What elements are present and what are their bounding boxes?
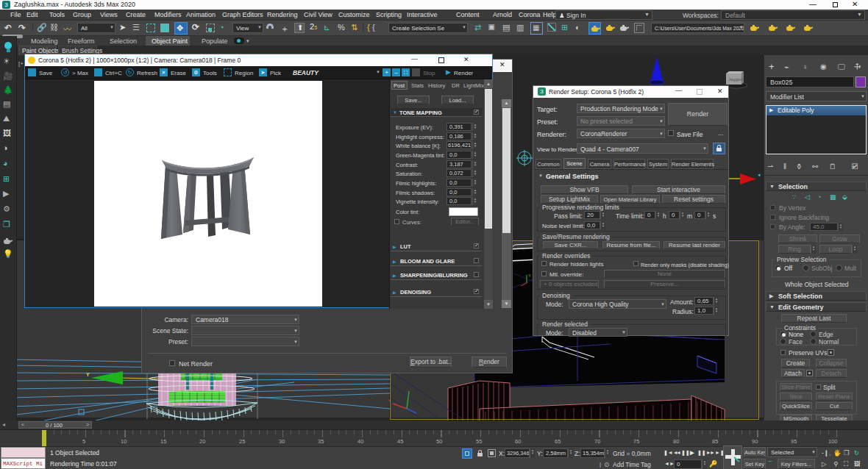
svg-text:◂: ◂ xyxy=(758,172,761,177)
svg-text:Y: Y xyxy=(528,273,531,278)
svg-text:Y: Y xyxy=(86,372,90,377)
svg-text:Jagged: Jagged xyxy=(728,77,743,82)
